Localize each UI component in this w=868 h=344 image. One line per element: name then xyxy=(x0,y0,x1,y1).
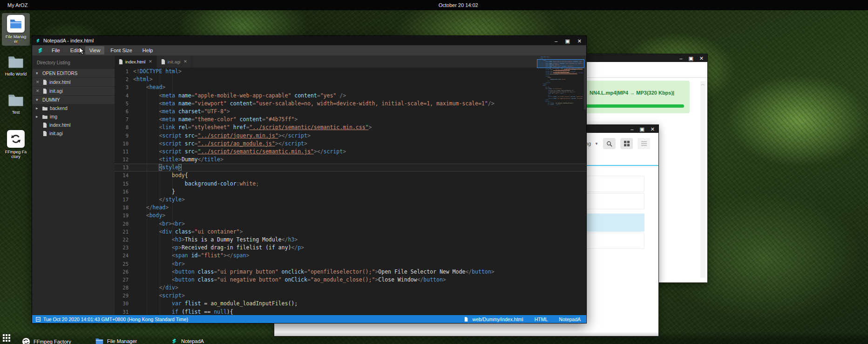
status-language[interactable]: HTML xyxy=(535,316,548,322)
code-line-5[interactable]: 5 <meta name="viewport" content="user-sc… xyxy=(115,100,586,108)
code-line-17[interactable]: 17 </style> xyxy=(115,196,586,204)
folder-icon xyxy=(42,106,47,110)
line-number: 29 xyxy=(115,292,133,300)
code-line-18[interactable]: 18 </head> xyxy=(115,204,586,212)
tree-item-label: init.agi xyxy=(49,89,63,94)
taskbar-item-ffmpeg-factory[interactable]: FFmpeg Factory xyxy=(22,338,71,344)
code-line-24[interactable]: 24 <span id="flist"></span> xyxy=(115,252,586,260)
desktop-icon-ffmpeg-factory[interactable]: FFmpeg Factory xyxy=(2,130,30,159)
status-file-path[interactable]: web/Dummy/index.html xyxy=(473,316,523,322)
aroz-brand[interactable]: My ArOZ xyxy=(7,2,27,8)
tree-item-backend[interactable]: ▸backend xyxy=(32,104,115,112)
file-icon xyxy=(119,59,123,64)
notepada-titlebar[interactable]: NotepadA - index.html – ▣ ✕ xyxy=(32,36,586,45)
code-line-13[interactable]: 13 <style> xyxy=(115,164,586,172)
code-line-3[interactable]: 3 <head> xyxy=(115,83,586,91)
code-line-2[interactable]: 2<html> xyxy=(115,76,586,83)
sidebar-header: Directory Listing xyxy=(32,55,115,69)
file-tree-sidebar: Directory Listing ▾OPEN EDITORS✕index.ht… xyxy=(32,55,115,316)
code-line-4[interactable]: 4 <meta name="apple-mobile-web-app-capab… xyxy=(115,92,586,100)
tree-item-index-html[interactable]: ✕index.html xyxy=(32,78,115,86)
line-number: 22 xyxy=(115,236,133,244)
code-line-15[interactable]: 15 background-color:white; xyxy=(115,180,586,188)
menu-file[interactable]: File xyxy=(47,46,64,55)
code-line-25[interactable]: 25 <br> xyxy=(115,260,586,268)
close-icon[interactable]: ✕ xyxy=(36,80,41,84)
editor-scrollbar[interactable] xyxy=(584,68,586,110)
tree-item-init-agi[interactable]: ✕init.agi xyxy=(32,87,115,95)
code-line-14[interactable]: 14 body{ xyxy=(115,172,586,179)
list-view-icon xyxy=(641,141,647,146)
app-launcher-icon[interactable] xyxy=(3,334,10,342)
line-number: 18 xyxy=(115,204,133,212)
desktop-icon-hello-world[interactable]: Hello World xyxy=(2,56,30,76)
close-icon[interactable]: ✕ xyxy=(149,59,152,64)
code-line-21[interactable]: 21 <div class="ui container"> xyxy=(115,228,586,236)
search-icon xyxy=(606,141,612,147)
close-icon[interactable]: ✕ xyxy=(183,59,187,64)
code-line-29[interactable]: 29 <script> xyxy=(115,292,586,300)
folder-icon xyxy=(42,115,47,119)
minimize-icon[interactable]: – xyxy=(555,39,557,43)
line-number: 27 xyxy=(115,276,133,284)
close-icon[interactable]: ✕ xyxy=(651,127,655,131)
grid-view-button[interactable] xyxy=(620,138,633,149)
code-line-8[interactable]: 8 <link rel="stylesheet" href="../script… xyxy=(115,124,586,131)
taskbar: FFmpeg FactoryFile ManagerNotepadA xyxy=(0,332,868,344)
tab-index-html[interactable]: index.html✕ xyxy=(115,55,157,68)
code-line-30[interactable]: 30 var flist = ao_module_loadInputFiles(… xyxy=(115,300,586,308)
code-line-20[interactable]: 20 <br><br> xyxy=(115,220,586,228)
code-line-9[interactable]: 9 <script src="../script/jquery.min.js">… xyxy=(115,132,586,140)
code-editor[interactable]: 1<!DOCTYPE html>2<html>3 <head>4 <meta n… xyxy=(115,68,586,316)
maximize-icon[interactable]: ▣ xyxy=(639,127,644,131)
code-line-22[interactable]: 22 <h3>This is a Dummy Testing Module</h… xyxy=(115,236,586,244)
close-icon[interactable]: ✕ xyxy=(36,89,41,93)
sidebar-tree: ▾OPEN EDITORS✕index.html✕init.agi▾DUMMY▸… xyxy=(32,69,115,138)
line-number: 15 xyxy=(115,180,133,188)
code-line-28[interactable]: 28 </div> xyxy=(115,284,586,292)
menu-help[interactable]: Help xyxy=(138,46,157,55)
code-line-12[interactable]: 12 <title>Dummy</title> xyxy=(115,156,586,164)
list-view-button[interactable] xyxy=(637,138,650,149)
scroll-up-icon[interactable]: ︿ xyxy=(701,82,705,86)
code-line-11[interactable]: 11 <script src="../script/semantic/seman… xyxy=(115,148,586,156)
taskbar-item-file-manager[interactable]: File Manager xyxy=(95,338,137,344)
desktop-icon-file-manager[interactable]: File Manager xyxy=(2,13,30,46)
close-icon[interactable]: ✕ xyxy=(699,56,704,61)
code-line-26[interactable]: 26 <button class="ui primary button" onc… xyxy=(115,268,586,276)
scrollbar[interactable]: ︿ xyxy=(700,81,705,278)
code-line-10[interactable]: 10 <script src="../script/ao_module.js">… xyxy=(115,140,586,148)
menu-font-size[interactable]: Font Size xyxy=(106,46,136,55)
code-line-19[interactable]: 19 <body> xyxy=(115,212,586,220)
tree-section-dummy[interactable]: ▾DUMMY xyxy=(32,96,115,104)
maximize-icon[interactable]: ▣ xyxy=(688,56,693,61)
tab-init-agi[interactable]: init.agi✕ xyxy=(157,55,192,68)
notepada-icon xyxy=(171,338,177,344)
desktop-icon-test[interactable]: Test xyxy=(2,94,30,115)
tree-item-init-agi[interactable]: init.agi xyxy=(32,129,115,138)
window-title: NotepadA - index.html xyxy=(43,38,94,43)
desktop-icon-label: File Manag xyxy=(2,34,30,39)
line-number: 30 xyxy=(115,300,133,308)
close-icon[interactable]: ✕ xyxy=(577,39,582,43)
minimize-icon[interactable]: – xyxy=(631,127,633,131)
code-line-16[interactable]: 16 } xyxy=(115,188,586,196)
tree-item-index-html[interactable]: index.html xyxy=(32,121,115,129)
code-line-1[interactable]: 1<!DOCTYPE html> xyxy=(115,68,586,76)
file-icon xyxy=(43,80,47,85)
code-line-27[interactable]: 27 <button class="ui negative button" on… xyxy=(115,276,586,284)
code-line-23[interactable]: 23 <p>Received drag-in filelist (if any)… xyxy=(115,244,586,252)
maximize-icon[interactable]: ▣ xyxy=(565,39,570,43)
taskbar-item-notepada[interactable]: NotepadA xyxy=(171,338,204,344)
search-button[interactable] xyxy=(603,138,616,149)
tree-section-open-editors[interactable]: ▾OPEN EDITORS xyxy=(32,69,115,77)
notepada-window: NotepadA - index.html – ▣ ✕ FileEditView… xyxy=(32,35,587,323)
menu-view[interactable]: View xyxy=(85,46,105,55)
tree-item-img[interactable]: ▸img xyxy=(32,112,115,121)
minimize-icon[interactable]: – xyxy=(679,56,682,61)
line-number: 13 xyxy=(115,164,133,172)
menu-edit[interactable]: Edit xyxy=(66,46,83,55)
code-line-7[interactable]: 7 <meta name="theme-color" content="#4b7… xyxy=(115,116,586,124)
line-number: 12 xyxy=(115,156,133,164)
code-line-6[interactable]: 6 <meta charset="UTF-8"> xyxy=(115,108,586,116)
